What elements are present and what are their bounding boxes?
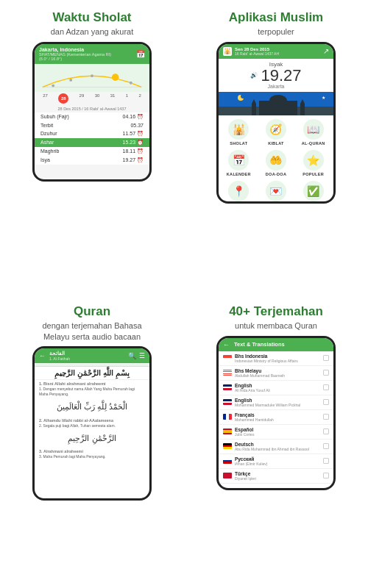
prayer-ashar-time: 15.23 ⏰ <box>123 140 144 146</box>
app-city: Jakarta <box>219 84 333 89</box>
doa-icon-circle: 🤲 <box>266 150 286 171</box>
prayer-dzuhur: Dzuhur 11.57 ⏰ <box>35 129 149 138</box>
svg-text:★: ★ <box>322 96 325 100</box>
trans-lang-es: Español <box>235 427 320 432</box>
coords-text: (6.0° / 16.8°) <box>39 57 111 61</box>
svg-point-2 <box>52 84 54 87</box>
trans-item-melayu[interactable]: Bhs Melayu Abdullah Muhammad Basmeih <box>219 366 333 381</box>
date-2: 2 <box>138 93 141 104</box>
verse2-ref: 2. Alhamdu lillahi rabbi al-AAalameena <box>35 417 149 423</box>
cell-app-home: Aplikasi Muslim terpopuler 🕌 Sen 28 Des … <box>184 0 368 294</box>
kartu-label: KARTU UCAP <box>261 203 290 204</box>
prayer-dzuhur-name: Dzuhur <box>40 131 57 136</box>
flag-tr <box>223 473 232 478</box>
svg-point-4 <box>91 74 93 77</box>
trans-item-russian[interactable]: Русский Иman (Elmir Kuliev) <box>219 454 333 469</box>
menu-icon[interactable]: ☰ <box>139 352 145 359</box>
flag-en1 <box>223 384 232 390</box>
svg-rect-11 <box>252 104 256 115</box>
location-text: Jakarta, Indonesia <box>39 47 111 52</box>
app-icon-tempat[interactable]: 📍 TEMPAT <box>220 179 258 204</box>
trans-item-english2[interactable]: English Mohammed Marmaduke William Pickh… <box>219 395 333 410</box>
prayer-subuh: Subuh (Fajr) 04.16 ⏰ <box>35 112 149 121</box>
app-prayer-time: 19.27 <box>261 68 301 84</box>
flag-es <box>223 429 232 434</box>
trans-item-spanish[interactable]: Español Julio Cortes <box>219 425 333 440</box>
trans-check-ru[interactable] <box>323 458 329 464</box>
mosque-svg: ★ <box>219 92 333 115</box>
verse3-arabic: الرَّحْمَٰنِ الرَّحِيمِ <box>35 429 149 448</box>
trans-item-german[interactable]: Deutsch Abu Rida Muhammad ibn Ahmad ibn … <box>219 440 333 454</box>
app-icon-kalender[interactable]: 📅 KALENDER <box>220 148 258 179</box>
trans-item-french[interactable]: Français Mohammed Hamidullah <box>219 410 333 425</box>
cell-translations: 40+ Terjemahan untuk membaca Quran ← Tex… <box>184 294 368 588</box>
search-icon[interactable]: 🔍 <box>128 352 136 359</box>
br-title: 40+ Terjemahan <box>229 304 323 319</box>
verse1-ref: 1. Bisni Allahi alrahmani alraheemi <box>35 380 149 386</box>
trans-item-indonesia[interactable]: Bhs Indonesia Indonesian Ministry of Rel… <box>219 351 333 366</box>
app-icon-quran[interactable]: 📖 AL-QURAN <box>294 117 332 148</box>
trans-author-fr: Mohammed Hamidullah <box>235 417 320 422</box>
date-30: 30 <box>95 93 100 104</box>
trans-item-turkish[interactable]: Türkçe Diyanet İşleri <box>219 469 333 484</box>
trans-author-en2: Mohammed Marmaduke William Pickhal <box>235 403 320 407</box>
br-subtitle: untuk membaca Quran <box>235 320 317 331</box>
trans-check-de[interactable] <box>323 443 329 449</box>
trans-check-fr[interactable] <box>323 414 329 420</box>
verse2-arabic: الْحَمْدُ لِلَّهِ رَبِّ الْعَالَمِينَ <box>35 398 149 417</box>
prayer-maghrib: Maghrib 18.11 ⏰ <box>35 147 149 156</box>
quran-icon-circle: 📖 <box>303 119 324 140</box>
bl-subtitle: dengan terjemahan Bahasa Melayu serta au… <box>42 320 141 342</box>
kiblat-label: KIBLAT <box>268 141 284 146</box>
bismillah-text: بِسْمِ اللَّهِ الرَّحْمَٰنِ الرَّحِيمِ <box>35 367 149 380</box>
flag-en2 <box>223 399 232 405</box>
prayer-terbit-name: Terbit <box>40 123 53 128</box>
quran-label: AL-QURAN <box>302 141 325 146</box>
calendar-icon: 📅 <box>136 50 145 58</box>
arc-svg <box>39 67 145 90</box>
trans-back-icon: ← <box>223 341 230 348</box>
flag-fr <box>223 414 232 420</box>
verse2-trans: 2. Segala puji bagi Allah, Tuhan semesta… <box>35 423 149 429</box>
trans-author-my: Abdullah Muhammad Basmeih <box>235 373 320 378</box>
app-icon-populer[interactable]: ⭐ POPULER <box>294 148 332 179</box>
prayer-ashar: Ashar 15.23 ⏰ <box>35 138 149 147</box>
app-icon-sholat[interactable]: 🕌 SHOLAT <box>220 117 258 148</box>
trans-check-my[interactable] <box>323 370 329 376</box>
app-grid: Waktu Sholat dan Adzan yang akurat Jakar… <box>0 0 368 588</box>
surah-arabic: الفاتحة <box>49 351 70 356</box>
surah-name: 1. Al-Fatihah <box>49 356 70 361</box>
flag-ru <box>223 458 232 464</box>
share-icon: ↗ <box>323 47 329 55</box>
prayer-header: Jakarta, Indonesia SHAT/MENAG (Kementeri… <box>35 44 149 64</box>
trans-author-ru: Иman (Elmir Kuliev) <box>235 462 320 466</box>
tl-title: Waktu Sholat <box>52 10 131 25</box>
trans-item-english1[interactable]: English Ali Rida Aria Yusuf Ali <box>219 381 333 395</box>
app-icon-kiblat[interactable]: 🧭 KIBLAT <box>258 117 295 148</box>
app-icon-kartu[interactable]: 💌 KARTU UCAP <box>258 179 295 204</box>
svg-point-16 <box>241 94 245 98</box>
volume-icon: 🔊 <box>250 72 258 79</box>
doa-label: DOA-DOA <box>266 172 286 176</box>
trans-check-id[interactable] <box>323 355 329 361</box>
bl-title: Quran <box>74 304 110 319</box>
trans-check-es[interactable] <box>323 429 329 434</box>
trans-lang-fr: Français <box>235 412 320 417</box>
kalender-label: KALENDER <box>227 172 251 176</box>
prayer-subuh-name: Subuh (Fajr) <box>40 114 69 119</box>
trans-check-tr[interactable] <box>323 473 329 478</box>
svg-rect-13 <box>300 104 305 115</box>
app-icons-grid: 🕌 SHOLAT 🧭 KIBLAT 📖 AL-QURAN 📅 KALENDER … <box>219 115 333 204</box>
phone-translations: ← Text & Translations Bhs Indonesia Indo… <box>216 336 336 490</box>
trans-check-en1[interactable] <box>323 384 329 390</box>
flag-de <box>223 443 232 449</box>
prayer-dzuhur-time: 11.57 ⏰ <box>123 131 144 137</box>
app-icon-premium[interactable]: ✅ PREMIUM <box>294 179 332 204</box>
trans-check-en2[interactable] <box>323 399 329 405</box>
prayer-isya-time: 19.27 ⏰ <box>123 157 144 163</box>
tempat-icon-circle: 📍 <box>228 181 249 201</box>
date-1: 1 <box>126 93 128 104</box>
app-icon-doa[interactable]: 🤲 DOA-DOA <box>258 148 295 179</box>
back-arrow-icon: ← <box>39 352 46 359</box>
cell-quran: Quran dengan terjemahan Bahasa Melayu se… <box>0 294 184 588</box>
